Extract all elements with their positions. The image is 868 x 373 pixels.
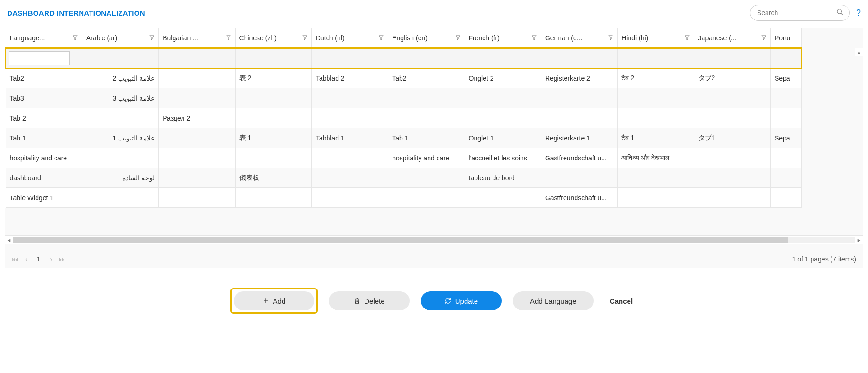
help-icon[interactable]: ? <box>856 8 861 18</box>
table-row[interactable]: Table Widget 1Gastfreundschaft u... <box>6 188 801 208</box>
new-row-cell-ja[interactable] <box>694 48 770 68</box>
filter-icon[interactable] <box>73 34 78 42</box>
cell-de[interactable] <box>541 108 617 128</box>
filter-icon[interactable] <box>761 34 767 42</box>
cell-fr[interactable]: l'accueil et les soins <box>465 148 541 168</box>
horizontal-scrollbar[interactable]: ◄ ► <box>5 235 863 244</box>
table-row[interactable]: dashboardلوحة القيادة儀表板tableau de bord <box>6 168 801 188</box>
search-input[interactable] <box>750 5 850 21</box>
cell-hi[interactable] <box>618 88 694 108</box>
cell-hi[interactable]: टैब 1 <box>618 128 694 148</box>
cell-en[interactable] <box>388 168 465 188</box>
table-row[interactable]: Tab 2Раздел 2 <box>6 108 801 128</box>
new-row-cell-bg[interactable] <box>159 48 235 68</box>
cell-nl[interactable] <box>311 148 388 168</box>
cell-lang[interactable]: Tab 1 <box>6 128 82 148</box>
cell-nl[interactable] <box>311 108 388 128</box>
new-row-cell-ar[interactable] <box>82 48 158 68</box>
cell-ja[interactable] <box>694 88 770 108</box>
cell-bg[interactable] <box>159 168 235 188</box>
cell-hi[interactable]: आतिथ्य और देखभाल <box>618 148 694 168</box>
column-header-pt[interactable]: Portu <box>770 28 801 48</box>
new-row-cell-lang[interactable] <box>6 48 82 68</box>
filter-icon[interactable] <box>378 34 384 42</box>
cell-de[interactable]: Gastfreundschaft u... <box>541 188 617 208</box>
cell-bg[interactable] <box>159 88 235 108</box>
cell-en[interactable] <box>388 188 465 208</box>
table-row[interactable]: Tab 1علامة التبويب 1表 1Tabblad 1Tab 1Ong… <box>6 128 801 148</box>
cell-zh[interactable]: 表 2 <box>235 68 311 88</box>
column-header-zh[interactable]: Chinese (zh) <box>235 28 311 48</box>
cell-nl[interactable] <box>311 188 388 208</box>
cell-pt[interactable] <box>770 108 801 128</box>
column-header-de[interactable]: German (d... <box>541 28 617 48</box>
column-header-hi[interactable]: Hindi (hi) <box>618 28 694 48</box>
cell-pt[interactable] <box>770 88 801 108</box>
filter-icon[interactable] <box>608 34 613 42</box>
filter-icon[interactable] <box>531 34 537 42</box>
cell-zh[interactable]: 表 1 <box>235 128 311 148</box>
cell-ar[interactable]: علامة التبويب 1 <box>82 128 158 148</box>
cell-ja[interactable] <box>694 108 770 128</box>
cell-ar[interactable]: علامة التبويب 3 <box>82 88 158 108</box>
cell-pt[interactable]: Sepa <box>770 68 801 88</box>
cell-bg[interactable] <box>159 128 235 148</box>
cell-de[interactable] <box>541 88 617 108</box>
cell-ja[interactable]: タブ2 <box>694 68 770 88</box>
cell-en[interactable]: Tab 1 <box>388 128 465 148</box>
cell-de[interactable]: Registerkarte 2 <box>541 68 617 88</box>
cell-en[interactable] <box>388 108 465 128</box>
new-row-cell-zh[interactable] <box>235 48 311 68</box>
column-header-ja[interactable]: Japanese (... <box>694 28 770 48</box>
scroll-thumb[interactable] <box>13 237 788 243</box>
pager-prev-icon[interactable]: ‹ <box>25 255 27 263</box>
column-header-lang[interactable]: Language... <box>6 28 82 48</box>
column-header-ar[interactable]: Arabic (ar) <box>82 28 158 48</box>
filter-icon[interactable] <box>455 34 461 42</box>
delete-button[interactable]: Delete <box>329 291 410 310</box>
cell-lang[interactable]: Tab3 <box>6 88 82 108</box>
cell-en[interactable]: hospitality and care <box>388 148 465 168</box>
cell-fr[interactable] <box>465 188 541 208</box>
new-row-input[interactable] <box>9 51 70 65</box>
filter-icon[interactable] <box>149 34 155 42</box>
new-row-cell-de[interactable] <box>541 48 617 68</box>
add-button[interactable]: Add <box>234 291 314 310</box>
cell-fr[interactable]: Onglet 2 <box>465 68 541 88</box>
column-header-nl[interactable]: Dutch (nl) <box>311 28 388 48</box>
cell-bg[interactable] <box>159 68 235 88</box>
filter-icon[interactable] <box>226 34 231 42</box>
cell-de[interactable] <box>541 168 617 188</box>
cell-hi[interactable] <box>618 188 694 208</box>
cell-zh[interactable]: 儀表板 <box>235 168 311 188</box>
cell-de[interactable]: Gastfreundschaft u... <box>541 148 617 168</box>
cell-ar[interactable]: علامة التبويب 2 <box>82 68 158 88</box>
new-row-cell-hi[interactable] <box>618 48 694 68</box>
cell-zh[interactable] <box>235 108 311 128</box>
new-row-cell-fr[interactable] <box>465 48 541 68</box>
cell-pt[interactable] <box>770 168 801 188</box>
scroll-up-icon[interactable]: ▲ <box>855 48 863 56</box>
cell-lang[interactable]: Table Widget 1 <box>6 188 82 208</box>
cell-en[interactable]: Tab2 <box>388 68 465 88</box>
cell-pt[interactable]: Sepa <box>770 128 801 148</box>
scroll-right-icon[interactable]: ► <box>855 237 863 243</box>
cell-fr[interactable] <box>465 108 541 128</box>
filter-icon[interactable] <box>685 34 690 42</box>
update-button[interactable]: Update <box>421 291 502 310</box>
cell-fr[interactable]: tableau de bord <box>465 168 541 188</box>
cell-fr[interactable]: Onglet 1 <box>465 128 541 148</box>
cell-de[interactable]: Registerkarte 1 <box>541 128 617 148</box>
cell-hi[interactable] <box>618 168 694 188</box>
column-header-fr[interactable]: French (fr) <box>465 28 541 48</box>
cell-zh[interactable] <box>235 148 311 168</box>
cell-ar[interactable] <box>82 188 158 208</box>
new-row-cell-en[interactable] <box>388 48 465 68</box>
cell-fr[interactable] <box>465 88 541 108</box>
cell-bg[interactable] <box>159 148 235 168</box>
cell-lang[interactable]: Tab2 <box>6 68 82 88</box>
cell-zh[interactable] <box>235 88 311 108</box>
cell-hi[interactable]: टैब 2 <box>618 68 694 88</box>
table-row[interactable]: hospitality and carehospitality and care… <box>6 148 801 168</box>
scroll-left-icon[interactable]: ◄ <box>5 237 13 243</box>
